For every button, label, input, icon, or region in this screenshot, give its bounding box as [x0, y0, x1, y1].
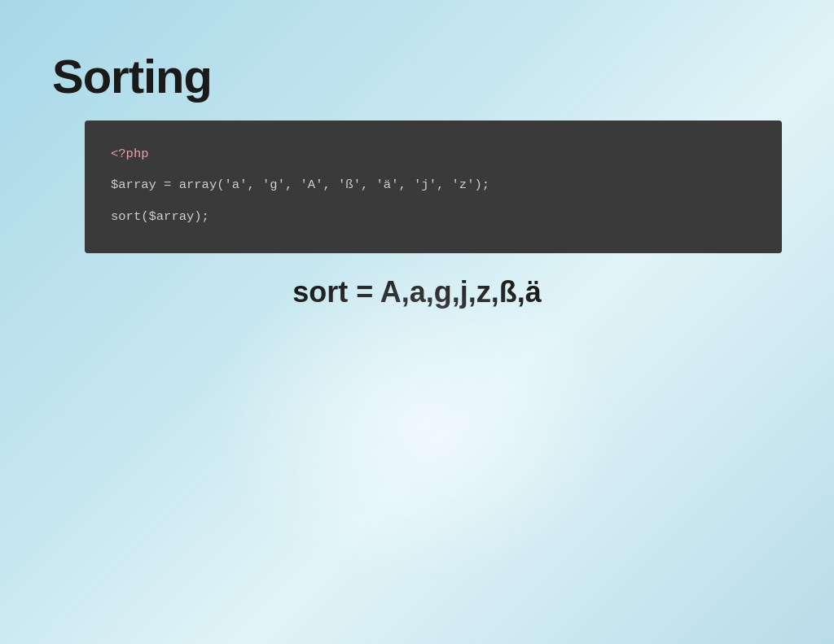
sort-result: sort = A,a,g,j,z,ß,ä [0, 275, 834, 309]
code-block-container: <?php $array = array('a', 'g', 'A', 'ß',… [85, 120, 782, 253]
code-line-1: <?php [111, 143, 756, 164]
code-line-3: $array = array('a', 'g', 'A', 'ß', 'ä', … [111, 174, 756, 195]
code-line-5: sort($array); [111, 206, 756, 227]
page-title: Sorting [52, 49, 212, 103]
code-block: <?php $array = array('a', 'g', 'A', 'ß',… [111, 143, 756, 227]
